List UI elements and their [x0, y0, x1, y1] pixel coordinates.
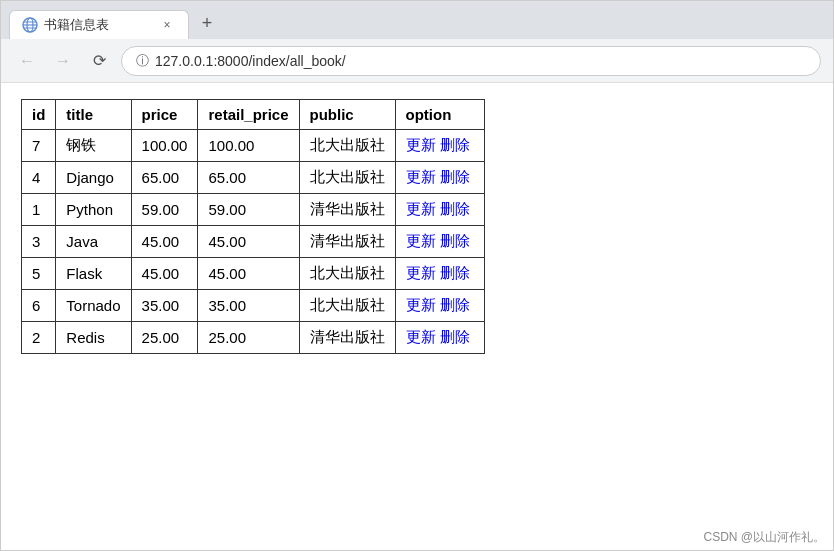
delete-link[interactable]: 删除 — [440, 200, 470, 217]
cell-title: Tornado — [56, 290, 131, 322]
tab-close-button[interactable]: × — [158, 16, 176, 34]
cell-option: 更新删除 — [395, 130, 484, 162]
cell-public: 清华出版社 — [299, 194, 395, 226]
col-header-option: option — [395, 100, 484, 130]
browser-window: 书籍信息表 × + ← → ⟳ ⓘ 127.0.0.1:8000/index/a… — [0, 0, 834, 551]
cell-title: Python — [56, 194, 131, 226]
table-row: 5Flask45.0045.00北大出版社更新删除 — [22, 258, 485, 290]
page-content: id title price retail_price public optio… — [1, 83, 833, 523]
cell-title: Flask — [56, 258, 131, 290]
url-bar[interactable]: ⓘ 127.0.0.1:8000/index/all_book/ — [121, 46, 821, 76]
cell-price: 100.00 — [131, 130, 198, 162]
tab-title: 书籍信息表 — [44, 16, 109, 34]
cell-public: 清华出版社 — [299, 226, 395, 258]
cell-public: 北大出版社 — [299, 258, 395, 290]
col-header-retail-price: retail_price — [198, 100, 299, 130]
cell-id: 5 — [22, 258, 56, 290]
update-link[interactable]: 更新 — [406, 136, 436, 153]
table-row: 1Python59.0059.00清华出版社更新删除 — [22, 194, 485, 226]
delete-link[interactable]: 删除 — [440, 136, 470, 153]
refresh-button[interactable]: ⟳ — [85, 47, 113, 75]
address-bar: ← → ⟳ ⓘ 127.0.0.1:8000/index/all_book/ — [1, 39, 833, 83]
update-link[interactable]: 更新 — [406, 328, 436, 345]
cell-price: 45.00 — [131, 226, 198, 258]
cell-option: 更新删除 — [395, 194, 484, 226]
cell-price: 59.00 — [131, 194, 198, 226]
cell-id: 6 — [22, 290, 56, 322]
col-header-id: id — [22, 100, 56, 130]
table-row: 7钢铁100.00100.00北大出版社更新删除 — [22, 130, 485, 162]
table-row: 2Redis25.0025.00清华出版社更新删除 — [22, 322, 485, 354]
update-link[interactable]: 更新 — [406, 200, 436, 217]
cell-retail-price: 100.00 — [198, 130, 299, 162]
col-header-price: price — [131, 100, 198, 130]
books-table: id title price retail_price public optio… — [21, 99, 485, 354]
cell-id: 7 — [22, 130, 56, 162]
cell-public: 北大出版社 — [299, 130, 395, 162]
update-link[interactable]: 更新 — [406, 264, 436, 281]
tab-icon — [22, 17, 38, 33]
cell-option: 更新删除 — [395, 162, 484, 194]
delete-link[interactable]: 删除 — [440, 328, 470, 345]
url-text: 127.0.0.1:8000/index/all_book/ — [155, 53, 346, 69]
cell-id: 4 — [22, 162, 56, 194]
cell-option: 更新删除 — [395, 226, 484, 258]
cell-title: Java — [56, 226, 131, 258]
cell-retail-price: 45.00 — [198, 258, 299, 290]
delete-link[interactable]: 删除 — [440, 296, 470, 313]
cell-title: Redis — [56, 322, 131, 354]
cell-retail-price: 25.00 — [198, 322, 299, 354]
cell-public: 清华出版社 — [299, 322, 395, 354]
cell-retail-price: 45.00 — [198, 226, 299, 258]
col-header-title: title — [56, 100, 131, 130]
lock-icon: ⓘ — [136, 52, 149, 70]
cell-id: 1 — [22, 194, 56, 226]
cell-price: 25.00 — [131, 322, 198, 354]
table-row: 3Java45.0045.00清华出版社更新删除 — [22, 226, 485, 258]
watermark: CSDN @以山河作礼。 — [1, 523, 833, 550]
cell-id: 3 — [22, 226, 56, 258]
cell-public: 北大出版社 — [299, 162, 395, 194]
update-link[interactable]: 更新 — [406, 232, 436, 249]
delete-link[interactable]: 删除 — [440, 264, 470, 281]
table-header-row: id title price retail_price public optio… — [22, 100, 485, 130]
cell-title: 钢铁 — [56, 130, 131, 162]
cell-option: 更新删除 — [395, 290, 484, 322]
tab-bar: 书籍信息表 × + — [1, 1, 833, 39]
new-tab-button[interactable]: + — [193, 9, 221, 37]
forward-button[interactable]: → — [49, 47, 77, 75]
back-button[interactable]: ← — [13, 47, 41, 75]
cell-title: Django — [56, 162, 131, 194]
table-row: 6Tornado35.0035.00北大出版社更新删除 — [22, 290, 485, 322]
cell-option: 更新删除 — [395, 258, 484, 290]
cell-price: 35.00 — [131, 290, 198, 322]
delete-link[interactable]: 删除 — [440, 232, 470, 249]
update-link[interactable]: 更新 — [406, 168, 436, 185]
cell-retail-price: 59.00 — [198, 194, 299, 226]
cell-price: 45.00 — [131, 258, 198, 290]
cell-price: 65.00 — [131, 162, 198, 194]
update-link[interactable]: 更新 — [406, 296, 436, 313]
cell-option: 更新删除 — [395, 322, 484, 354]
delete-link[interactable]: 删除 — [440, 168, 470, 185]
table-row: 4Django65.0065.00北大出版社更新删除 — [22, 162, 485, 194]
col-header-public: public — [299, 100, 395, 130]
cell-retail-price: 35.00 — [198, 290, 299, 322]
cell-retail-price: 65.00 — [198, 162, 299, 194]
active-tab[interactable]: 书籍信息表 × — [9, 10, 189, 39]
cell-public: 北大出版社 — [299, 290, 395, 322]
cell-id: 2 — [22, 322, 56, 354]
